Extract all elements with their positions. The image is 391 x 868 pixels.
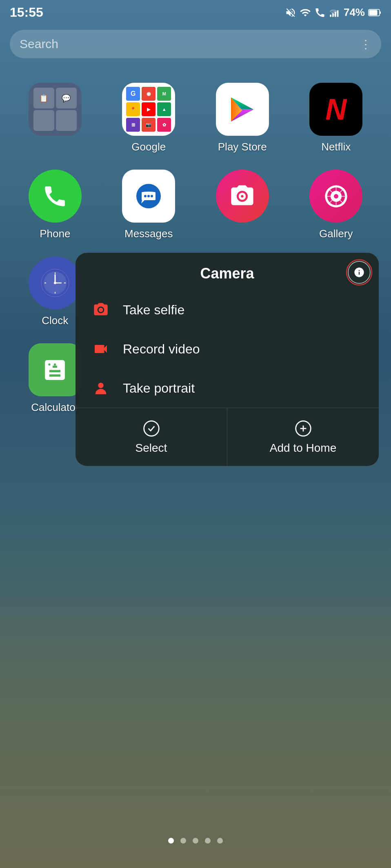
search-bar[interactable]: Search ⋮ — [10, 30, 381, 58]
app-item-playstore[interactable]: Play Store — [196, 75, 289, 161]
netflix-icon: N — [309, 83, 362, 136]
clock-icon — [29, 256, 82, 309]
status-bar: 15:55 74% — [0, 0, 391, 23]
app-item-messages[interactable]: Messages — [102, 161, 196, 248]
phone-label: Phone — [40, 227, 70, 240]
record-video-icon — [90, 338, 111, 360]
playstore-label: Play Store — [218, 141, 267, 153]
netflix-n-letter: N — [325, 93, 347, 126]
clock-label: Clock — [42, 314, 68, 327]
app-item-folder[interactable]: 📋 💬 — [8, 75, 102, 161]
messages-icon — [122, 170, 175, 223]
svg-rect-1 — [332, 13, 334, 17]
context-menu-item-portrait[interactable]: Take portrait — [76, 369, 379, 408]
svg-rect-2 — [335, 11, 336, 17]
context-menu-actions: Select Add to Home — [76, 408, 379, 466]
netflix-label: Netflix — [321, 141, 351, 153]
app-item-google[interactable]: G ◉ M 📍 ▶ ▲ ⊞ 📷 ✿ Google — [102, 75, 196, 161]
select-action-button[interactable]: Select — [76, 408, 227, 466]
page-dot-3[interactable] — [193, 838, 198, 844]
svg-rect-5 — [369, 10, 378, 15]
gallery-icon — [309, 170, 362, 223]
phone-icon — [29, 170, 82, 223]
context-menu-title: Camera — [200, 265, 254, 282]
google-label: Google — [131, 141, 166, 153]
select-action-label: Select — [136, 442, 167, 455]
app-item-phone[interactable]: Phone — [8, 161, 102, 248]
folder-mini-1: 📋 — [33, 88, 54, 108]
add-to-home-action-button[interactable]: Add to Home — [227, 408, 379, 466]
wifi-icon — [300, 7, 311, 18]
svg-point-11 — [147, 195, 150, 197]
battery-percentage: 74% — [344, 6, 365, 19]
select-action-icon — [142, 420, 160, 437]
context-menu-item-selfie[interactable]: Take selfie — [76, 290, 379, 329]
playstore-icon — [216, 83, 269, 136]
page-dot-1[interactable] — [168, 838, 174, 844]
folder-mini-2: 💬 — [56, 88, 77, 108]
context-menu-item-video[interactable]: Record video — [76, 329, 379, 369]
app-item-gallery[interactable]: Gallery — [289, 161, 383, 248]
folder-icon: 📋 💬 — [29, 83, 82, 136]
take-selfie-label: Take selfie — [123, 303, 184, 318]
google-icon: G ◉ M 📍 ▶ ▲ ⊞ 📷 ✿ — [122, 83, 175, 136]
folder-mini-4 — [56, 110, 77, 131]
take-portrait-label: Take portrait — [123, 381, 195, 396]
svg-rect-0 — [330, 14, 331, 17]
svg-point-24 — [54, 282, 56, 284]
messages-label: Messages — [124, 227, 173, 240]
take-portrait-icon — [90, 378, 111, 399]
page-dots — [0, 838, 391, 844]
camera-context-menu: Camera Take selfie Re — [76, 253, 379, 466]
status-icons: 74% — [285, 6, 381, 19]
app-item-netflix[interactable]: N Netflix — [289, 75, 383, 161]
page-dot-2[interactable] — [180, 838, 186, 844]
search-placeholder: Search — [20, 37, 58, 51]
context-menu-header: Camera — [76, 253, 379, 290]
svg-point-12 — [151, 195, 153, 197]
folder-mini-3 — [33, 110, 54, 131]
page-dot-5[interactable] — [217, 838, 223, 844]
calculator-icon — [29, 343, 82, 396]
gallery-label: Gallery — [319, 227, 353, 240]
svg-point-25 — [99, 308, 103, 312]
svg-point-26 — [98, 383, 103, 388]
app-item-camera[interactable] — [196, 161, 289, 248]
record-video-label: Record video — [123, 342, 200, 357]
svg-rect-6 — [380, 11, 381, 14]
status-time: 15:55 — [10, 5, 43, 20]
add-to-home-action-icon — [294, 420, 312, 437]
search-more-icon[interactable]: ⋮ — [360, 38, 371, 51]
calculator-label: Calculator — [31, 401, 79, 414]
signal-icon — [329, 7, 340, 18]
camera-icon — [216, 170, 269, 223]
battery-icon — [368, 9, 381, 17]
mute-icon — [285, 7, 296, 18]
svg-rect-3 — [337, 10, 339, 17]
page-dot-4[interactable] — [205, 838, 211, 844]
add-to-home-action-label: Add to Home — [270, 442, 336, 455]
take-selfie-icon — [90, 299, 111, 320]
svg-point-10 — [144, 195, 147, 197]
call-icon — [314, 7, 326, 18]
context-info-button[interactable] — [348, 261, 371, 284]
